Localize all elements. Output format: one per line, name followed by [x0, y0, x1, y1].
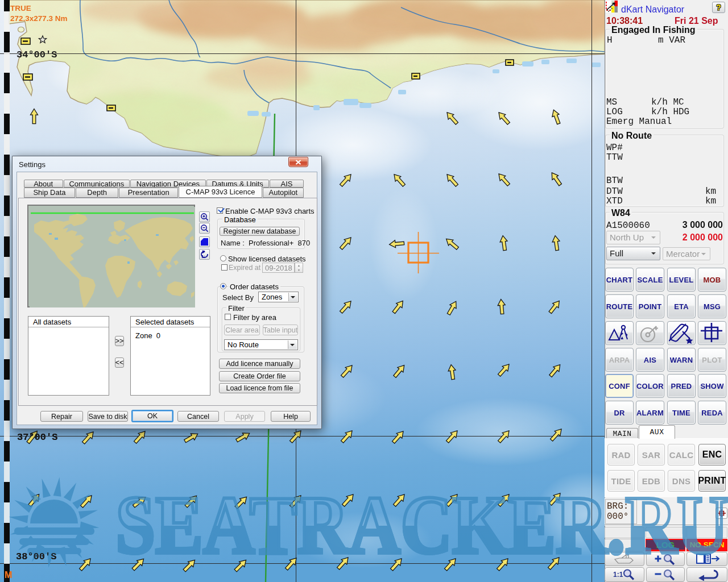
svg-text:1:1: 1:1 — [613, 571, 623, 579]
svg-text:1:: 1: — [201, 254, 205, 259]
